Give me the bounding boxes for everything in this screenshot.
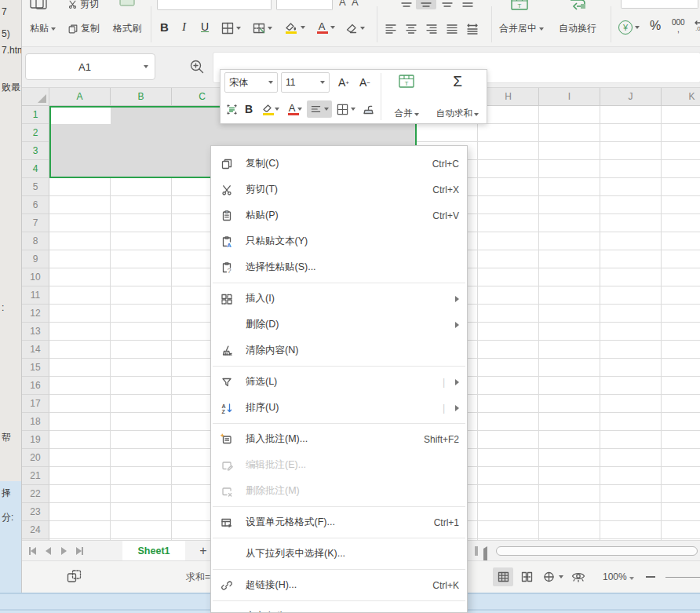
zoom-slider[interactable] [665,577,700,578]
bold-button[interactable]: B [160,20,169,34]
italic-button[interactable]: I [182,20,186,34]
menu-item-edit-comment[interactable]: 编辑批注(E)... [211,452,467,478]
row-header-7[interactable]: 7 [22,214,49,232]
menu-item-hyperlink[interactable]: 超链接(H)...Ctrl+K [211,572,467,598]
row-header-17[interactable]: 17 [22,395,49,413]
page-layout-view-button[interactable] [538,567,567,586]
menu-item-insert[interactable]: 插入(I) [211,286,467,312]
mini-format-painter-button[interactable] [224,100,239,119]
row-header-23[interactable]: 23 [22,503,49,521]
mini-merge-button[interactable]: T 合并 [385,72,428,121]
format-painter-button[interactable]: 格式刷 [113,22,141,35]
mini-bold-button[interactable]: B [242,100,256,119]
comma-format-button[interactable]: 000, [672,19,685,33]
column-header-A[interactable]: A [49,88,111,106]
page-break-view-button[interactable] [516,567,537,586]
menu-item-pick-from-list[interactable]: 从下拉列表中选择(K)... [211,541,467,567]
menu-item-insert-comment[interactable]: 插入批注(M)...Shift+F2 [211,426,467,452]
menu-item-paste[interactable]: 粘贴(P)Ctrl+V [211,203,467,228]
cell-shading-button[interactable] [253,22,272,35]
row-header-4[interactable]: 4 [22,160,49,178]
align-left-button[interactable] [385,24,397,35]
menu-item-cut[interactable]: 剪切(T)Ctrl+X [211,177,467,203]
borders-button[interactable] [221,22,241,35]
percent-format-button[interactable]: % [650,19,661,33]
eraser-button[interactable] [345,22,365,35]
currency-format-button[interactable]: ¥ [618,20,640,35]
menu-item-delete-comment[interactable]: 删除批注(M) [211,478,467,504]
row-header-8[interactable]: 8 [22,232,49,250]
row-header-2[interactable]: 2 [22,124,49,142]
row-header-24[interactable]: 24 [22,521,49,539]
row-header-21[interactable]: 21 [22,467,49,485]
mini-increase-font-button[interactable]: A+ [334,75,353,90]
number-format-box-partial[interactable] [621,0,698,9]
mini-borders-button[interactable] [334,100,358,119]
menu-item-sort[interactable]: AZ排序(U)| [211,395,467,421]
select-all-corner[interactable] [22,88,49,106]
font-size-box-partial[interactable] [276,0,333,10]
mini-cell-style-button[interactable] [359,100,377,119]
row-header-1[interactable]: 1 [22,106,49,124]
wrap-text-button[interactable]: 自动换行 [559,22,596,35]
active-cell[interactable] [51,108,111,124]
zoom-level[interactable]: 100% [603,571,634,582]
menu-item-delete[interactable]: 删除(D) [211,312,467,338]
font-name-box-partial[interactable] [157,0,272,10]
distributed-align-button[interactable] [466,24,479,35]
decrease-decimal-partial[interactable]: .0 [694,19,700,36]
row-header-5[interactable]: 5 [22,178,49,196]
row-header-18[interactable]: 18 [22,413,49,431]
mini-font-name-combo[interactable]: 宋体 [224,72,278,93]
font-size-buttons-partial[interactable]: A A [339,0,386,10]
tab-splitter-handle[interactable] [475,546,478,556]
font-color-button[interactable]: A [315,20,335,35]
column-header-B[interactable]: B [111,88,172,106]
macro-record-icon[interactable] [66,568,83,586]
sheet-nav-next[interactable] [58,545,69,556]
column-header-J[interactable]: J [600,88,662,106]
row-header-6[interactable]: 6 [22,196,49,214]
normal-view-button[interactable] [493,567,513,586]
row-header-11[interactable]: 11 [22,286,49,305]
mini-autosum-button[interactable]: Σ 自动求和 [429,72,486,121]
paste-big-icon[interactable] [28,0,52,11]
zoom-out-button[interactable] [646,576,655,578]
justify-button[interactable] [446,24,458,35]
menu-item-format-cells[interactable]: 设置单元格格式(F)...Ctrl+1 [211,509,467,535]
sheet-nav-last[interactable] [74,545,85,556]
sheet-nav-prev[interactable] [42,545,53,556]
eye-protection-button[interactable] [568,567,589,586]
row-header-20[interactable]: 20 [22,449,49,467]
zoom-formula-icon[interactable] [188,58,206,75]
wrap-text-big-icon[interactable] [567,0,589,13]
row-header-15[interactable]: 15 [22,359,49,377]
row-header-13[interactable]: 13 [22,323,49,341]
mini-align-button[interactable] [307,100,332,118]
column-header-K[interactable]: K [662,88,700,106]
menu-item-copy[interactable]: 复制(C)Ctrl+C [211,151,467,177]
row-header-3[interactable]: 3 [22,142,49,160]
menu-item-paste-special[interactable]: ?选择性粘贴(S)... [211,254,467,280]
horizontal-scrollbar[interactable] [496,546,698,556]
sheet-tab-sheet1[interactable]: Sheet1 [122,541,185,561]
sheet-nav-first[interactable] [27,545,38,556]
copy-button[interactable]: 复制 [67,22,100,35]
align-center-button[interactable] [405,24,417,35]
merge-center-big-icon[interactable]: T [509,0,533,13]
menu-item-clear-contents[interactable]: 清除内容(N) [211,338,467,363]
underline-button[interactable]: U [201,20,209,33]
row-header-22[interactable]: 22 [22,485,49,503]
row-header-10[interactable]: 10 [22,268,49,286]
name-box[interactable]: A1 [25,53,155,80]
mini-font-color-button[interactable]: A [283,100,305,119]
align-right-button[interactable] [425,24,438,35]
menu-item-paste-text-only[interactable]: A只粘贴文本(Y) [211,228,467,254]
row-header-16[interactable]: 16 [22,377,49,395]
menu-item-filter[interactable]: 筛选(L)| [211,369,467,395]
mini-font-size-combo[interactable]: 11 [281,72,330,93]
column-header-I[interactable]: I [539,88,600,106]
row-header-12[interactable]: 12 [22,305,49,323]
mini-fill-color-button[interactable] [258,100,282,119]
format-painter-big-icon[interactable] [118,0,138,11]
